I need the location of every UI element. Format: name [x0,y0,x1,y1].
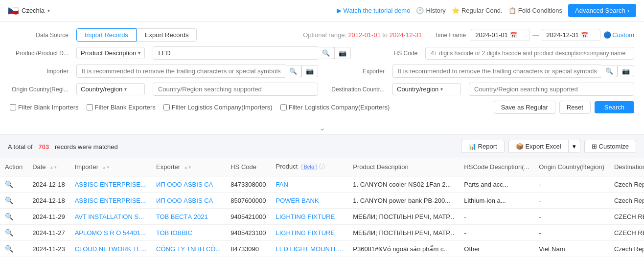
exporter-link[interactable]: ТОВ ВЕСTА 2021 [156,213,208,220]
importer-sort-icons[interactable]: ▲▼ [102,165,110,170]
date-range: 2024-01-01 📅 — 2024-12-31 📅 🔵 Custom [471,29,634,41]
country-selector[interactable]: 🇨🇿 Czechia ▾ [8,5,50,16]
hs-code-input[interactable] [425,47,634,60]
cell-product: LED LIGHT MOUNTE... [271,241,348,257]
origin-label: Origin Country(Regi... [10,86,69,93]
importer-link[interactable]: CLOUD NETWORK TE... [75,245,146,253]
tutorial-link[interactable]: ▶ Watch the tutorial demo [337,7,411,14]
reset-button[interactable]: Reset [559,101,591,114]
export-excel-button[interactable]: 📦 Export Excel [508,140,569,153]
start-date-input[interactable]: 2024-01-01 📅 [471,29,529,41]
importer-link[interactable]: APLOMO S R O 54401... [75,229,146,237]
filter-blank-importers[interactable]: Filter Blank Importers [10,104,79,111]
cell-product: POWER BANK [271,193,348,209]
filter-logistics-importers[interactable]: Filter Logistics Company(Importers) [163,104,273,111]
dest-type-select[interactable]: Country/region ▾ [392,83,461,95]
origin-row: Origin Country(Regi... Country/region ▾ … [10,83,634,96]
product-link[interactable]: LIGHTING FIXTURE [276,213,335,220]
exporter-camera-icon[interactable]: 📷 [618,65,634,77]
dest-input[interactable] [469,83,634,96]
cell-date: 2024-11-23 [27,241,70,257]
cell-hs-desc: Other [459,241,534,257]
row-search-icon[interactable]: 🔍 [5,196,13,204]
export-excel-group: 📦 Export Excel ▾ [508,140,580,153]
beta-badge: Beta [301,164,317,170]
product-link[interactable]: LIGHTING FIXTURE [276,229,335,237]
importer-link[interactable]: AVT INSTALLATION S... [75,213,144,220]
product-row: Product/Product D... Product Description… [10,46,634,60]
cell-action: 🔍 [0,257,27,259]
row-search-icon[interactable]: 🔍 [5,213,13,220]
cell-product-desc: P36083#&Vỏ ngoài sản phẩm c... [348,257,459,259]
regular-cond-link[interactable]: ⭐ Regular Cond. [452,7,503,14]
cell-hs-code: 84733090 [226,257,271,259]
exporter-link[interactable]: ИП ООО ASBIS CA [156,197,213,204]
product-link[interactable]: POWER BANK [276,197,319,204]
cell-importer: AVT INSTALLATION S... [70,209,151,225]
cell-exporter: ИП ООО ASBIS CA [151,176,226,193]
product-type-select[interactable]: Product Description ▾ [76,47,145,59]
cell-product-desc: 1. CANYON power bank PB-200... [348,193,459,209]
table-row: 🔍 2024-11-23 CLOUD NETWORK TE... CÔNG TY… [0,241,644,257]
exporter-link[interactable]: ТОВ ІOBBIC [156,229,192,237]
importer-camera-icon[interactable]: 📷 [301,65,318,77]
row-search-icon[interactable]: 🔍 [5,229,13,237]
product-link[interactable]: FAN [276,181,288,188]
cell-origin: Viet Nam [534,257,609,259]
product-input[interactable] [153,46,318,60]
exporter-link[interactable]: CÔNG TY TNHH CÔ... [156,245,221,253]
exporter-link[interactable]: ИП ООО ASBIS CA [156,181,213,188]
top-nav: 🇨🇿 Czechia ▾ ▶ Watch the tutorial demo 🕐… [0,0,644,22]
table-row: 🔍 2024-12-18 ASBISC ENTERPRISE... ИП ООО… [0,193,644,209]
date-separator: — [532,31,539,39]
product-camera-icon[interactable]: 📷 [334,47,351,59]
importer-scan-icon[interactable]: 🔍 [285,65,301,77]
import-records-tab[interactable]: Import Records [76,28,137,42]
results-table-wrap: Action Date ▲▼ Importer ▲▼ Exporter ▲▼ H… [0,158,644,259]
end-date-input[interactable]: 2024-12-31 📅 [542,29,600,41]
cell-product: LIGHTING FIXTURE [271,225,348,241]
row-search-icon[interactable]: 🔍 [5,180,13,188]
custom-button[interactable]: 🔵 Custom [603,31,634,39]
star-icon: ⭐ [452,7,460,14]
calendar-icon-end: 📅 [581,32,588,39]
table-row: 🔍 2024-11-23 CLOUD NETWORK TE... CÔNG TY… [0,257,644,259]
search-button[interactable]: Search [595,101,634,113]
history-link[interactable]: 🕐 History [416,7,445,14]
importer-link[interactable]: ASBISC ENTERPRISE... [75,181,146,188]
cell-importer: CLOUD NETWORK TE... [70,241,151,257]
importer-input[interactable] [76,65,285,78]
fold-conditions-link[interactable]: 📋 Fold Conditions [508,7,562,14]
date-sort-icons[interactable]: ▲▼ [49,165,57,170]
export-records-tab[interactable]: Export Records [137,28,197,42]
product-link[interactable]: LED LIGHT MOUNTE... [276,245,344,253]
exporter-scan-icon[interactable]: 🔍 [601,65,618,77]
chevron-icon-origin: ▾ [124,86,127,92]
cell-importer: CLOUD NETWORK TE... [70,257,151,259]
export-excel-caret[interactable]: ▾ [569,140,580,153]
table-header-row: Action Date ▲▼ Importer ▲▼ Exporter ▲▼ H… [0,158,644,176]
advanced-search-button[interactable]: Advanced Search › [568,4,636,17]
report-button[interactable]: 📊 Report [461,140,505,153]
fold-button[interactable]: ⌄ [319,123,325,132]
col-product-desc: Product Description [348,158,459,176]
filter-blank-exporters[interactable]: Filter Blank Exporters [87,104,156,111]
product-scan-icon[interactable]: 🔍 [318,47,334,59]
origin-type-select[interactable]: Country/region ▾ [76,83,145,95]
cell-origin: Viet Nam [534,241,609,257]
customize-button[interactable]: ⊞ Customize [584,140,636,153]
cell-exporter: ТОВ ВЕСTА 2021 [151,209,226,225]
origin-input[interactable] [153,83,318,96]
exporter-input[interactable] [392,65,601,78]
cell-date: 2024-12-18 [27,193,70,209]
product-info-icon[interactable]: ⓘ [319,163,325,170]
importer-label: Importer [10,68,69,75]
cell-destination: Czech Republic [609,257,644,259]
importer-link[interactable]: ASBISC ENTERPRISE... [75,197,146,204]
exporter-sort-icons[interactable]: ▲▼ [184,165,192,170]
cell-destination: Czech Republic [609,176,644,193]
hs-code-label: HS Code [359,50,417,57]
row-search-icon[interactable]: 🔍 [5,245,13,253]
save-regular-button[interactable]: Save as Regular [494,101,555,114]
filter-logistics-exporters[interactable]: Filter Logistics Company(Exporters) [280,104,390,111]
